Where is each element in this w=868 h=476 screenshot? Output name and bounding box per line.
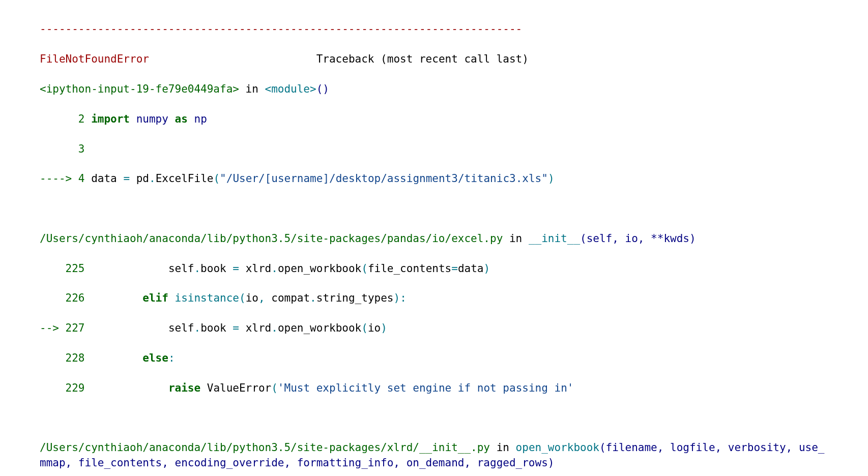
frame2-path: /Users/cynthiaoh/anaconda/lib/python3.5/…	[40, 232, 503, 245]
traceback-rule: ----------------------------------------…	[40, 22, 828, 37]
frame2-func: __init__	[529, 232, 580, 245]
blank	[40, 201, 828, 216]
frame2-227: --> 227 self.book = xlrd.open_workbook(i…	[40, 321, 828, 336]
lineno: 4	[78, 172, 85, 185]
path-string: "/User/[username]/desktop/assignment3/ti…	[220, 172, 548, 185]
header-spacer	[149, 53, 316, 65]
fn-excelfile: ExcelFile	[156, 172, 214, 185]
frame1-in: in	[239, 83, 265, 95]
var-data: data	[91, 172, 123, 185]
error-name: FileNotFoundError	[40, 53, 149, 65]
frame2-sig: (self, io, **kwds)	[580, 232, 696, 245]
kw-as: as	[175, 113, 188, 125]
frame2-228: 228 else:	[40, 351, 828, 366]
frame1-loc: <ipython-input-19-fe79e0449afa> in <modu…	[40, 82, 828, 97]
arrow: ---->	[40, 172, 78, 185]
frame3-loc: /Users/cynthiaoh/anaconda/lib/python3.5/…	[40, 440, 828, 470]
frame1-parens: ()	[316, 83, 329, 95]
frame2-225: 225 self.book = xlrd.open_workbook(file_…	[40, 261, 828, 276]
frame1-line-4: ----> 4 data = pd.ExcelFile("/User/[user…	[40, 171, 828, 186]
mod-pd: pd	[136, 172, 149, 185]
traceback-header: FileNotFoundError Traceback (most recent…	[40, 52, 828, 67]
frame2-229: 229 raise ValueError('Must explicitly se…	[40, 381, 828, 396]
frame1-func: <module>	[265, 83, 316, 95]
python-traceback: ----------------------------------------…	[0, 0, 868, 476]
mod-numpy: numpy	[136, 113, 168, 125]
eq: =	[123, 172, 130, 185]
frame1-input-id: <ipython-input-19-fe79e0449afa>	[40, 83, 239, 95]
frame2-loc: /Users/cynthiaoh/anaconda/lib/python3.5/…	[40, 231, 828, 246]
frame3-path: /Users/cynthiaoh/anaconda/lib/python3.5/…	[40, 441, 490, 454]
frame2-226: 226 elif isinstance(io, compat.string_ty…	[40, 291, 828, 306]
traceback-label: Traceback (most recent call last)	[316, 53, 529, 65]
gutter: 2	[40, 113, 91, 125]
frame1-line-2: 2 import numpy as np	[40, 112, 828, 127]
alias-np: np	[194, 113, 207, 125]
gutter: 3	[40, 143, 91, 155]
blank	[40, 411, 828, 426]
frame3-func: open_workbook	[516, 441, 599, 454]
kw-import: import	[91, 113, 130, 125]
frame1-line-3: 3	[40, 142, 828, 157]
